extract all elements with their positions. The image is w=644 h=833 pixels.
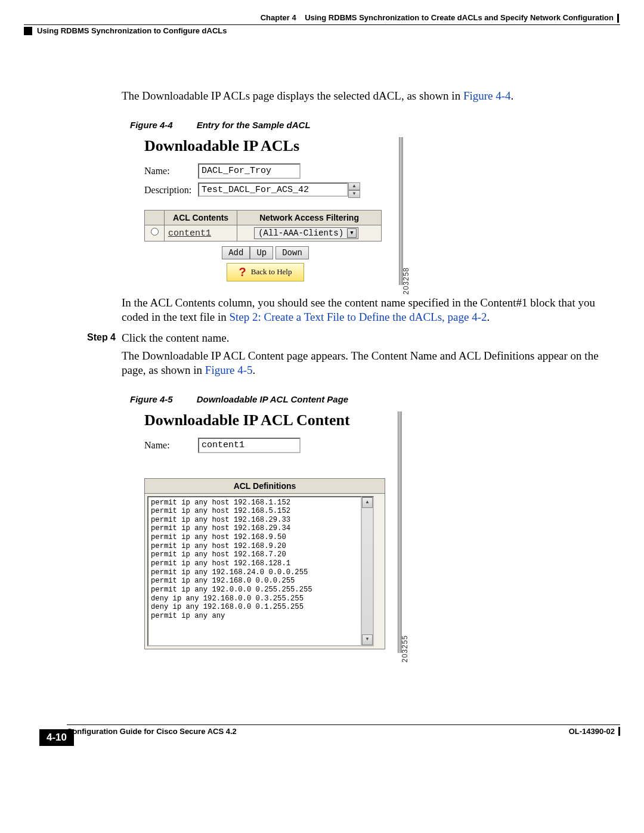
section-marker-icon [24,27,32,35]
network-filter-select[interactable]: (All-AAA-Clients) ▼ [254,227,358,239]
textarea-scroll-up-icon[interactable]: ▲ [348,182,360,190]
dacl-description-input[interactable]: Test_DACL_For_ACS_42 [198,182,348,197]
chapter-line: Chapter 4 Using RDBMS Synchronization to… [24,13,619,23]
name-label: Name: [144,440,198,451]
dacl-page-heading: Downloadable IP ACLs [144,137,394,155]
add-button[interactable]: Add [222,246,250,259]
table-row: content1 (All-AAA-Clients) ▼ [145,225,382,241]
page-number-badge: 4-10 [39,729,74,746]
footer-doc-number: OL-14390-02 [569,727,620,736]
figure-4-4-caption: Figure 4-4Entry for the Sample dACL [130,120,607,130]
dacl-name-input[interactable]: DACL_For_Troy [198,163,301,179]
footer-rule [67,724,620,725]
name-label: Name: [144,166,198,176]
content-name-input[interactable]: content1 [198,438,301,453]
figure-4-5-caption: Figure 4-5Downloadable IP ACL Content Pa… [130,394,607,404]
acl-definitions-header: ACL Definitions [145,479,385,494]
acl-contents-table: ACL Contents Network Access Filtering co… [144,210,382,241]
step2-crossref-link[interactable]: Step 2: Create a Text File to Define the… [229,311,487,323]
section-heading: Using RDBMS Synchronization to Configure… [24,26,620,35]
figure-image-number: 203255 [401,635,409,662]
back-to-help-button[interactable]: ? Back to Help [227,263,305,281]
footer-separator-bar [618,727,620,736]
content1-link[interactable]: content1 [168,228,211,239]
step-4-text: Click the content name. [122,331,620,345]
table-header-blank [145,210,165,225]
textarea-scroll-down-icon[interactable]: ▼ [348,190,360,198]
figure-4-5-link[interactable]: Figure 4-5 [205,364,253,376]
scroll-up-icon[interactable]: ▲ [362,497,373,508]
table-header-acl-contents: ACL Contents [165,210,237,225]
figure-4-5: Downloadable IP ACL Content Name: conten… [137,411,392,653]
content-page-heading: Downloadable IP ACL Content [144,411,392,429]
figure-scrollbar[interactable] [399,137,403,285]
paragraph-intro: The Downloadable IP ACLs page displays t… [122,89,607,103]
header-separator-bar [617,14,619,23]
figure-4-4-link[interactable]: Figure 4-4 [463,89,511,102]
section-title: Using RDBMS Synchronization to Configure… [37,26,227,35]
description-label: Description: [144,185,198,196]
footer-guide-title: Configuration Guide for Cisco Secure ACS… [67,727,237,736]
up-button[interactable]: Up [250,246,273,259]
chevron-down-icon: ▼ [347,228,357,238]
figure-scrollbar[interactable] [398,411,402,653]
header-rule [24,24,620,25]
help-icon: ? [239,265,246,279]
acl-definitions-textarea[interactable]: permit ip any host 192.168.1.152 permit … [147,496,362,646]
row-radio[interactable] [151,228,159,236]
paragraph-content-page: The Downloadable IP ACL Content page app… [122,349,620,377]
figure-image-number: 203258 [402,267,410,295]
chapter-title: Using RDBMS Synchronization to Create dA… [305,13,614,22]
scroll-down-icon[interactable]: ▼ [362,634,373,645]
step-4-label: Step 4 [87,331,122,377]
paragraph-acl-contents: In the ACL Contents column, you should s… [122,296,607,324]
table-header-filtering: Network Access Filtering [237,210,382,225]
chapter-label: Chapter 4 [261,13,296,22]
scroll-track[interactable] [362,508,373,634]
figure-4-4: Downloadable IP ACLs Name: DACL_For_Troy… [137,137,394,285]
down-button[interactable]: Down [275,246,309,259]
